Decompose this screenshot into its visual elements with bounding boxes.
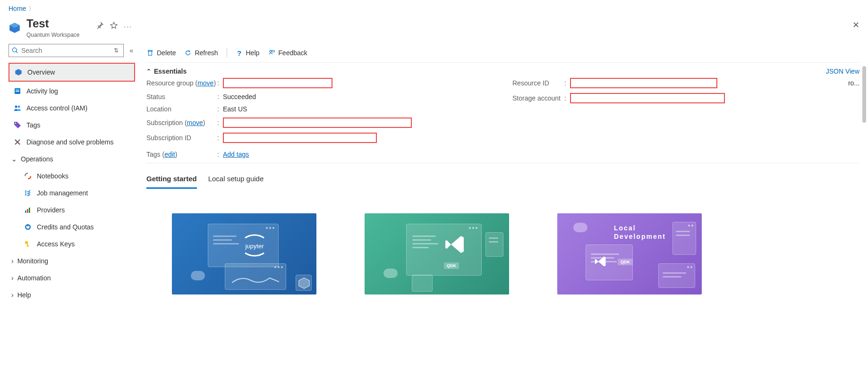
sidebar-item-notebooks[interactable]: Notebooks [9,168,135,185]
sidebar-item-iam[interactable]: Access control (IAM) [9,100,135,117]
refresh-button[interactable]: Refresh [184,49,218,57]
sidebar-item-label: Overview [27,68,55,76]
sidebar-group-label: Help [17,291,31,299]
iam-icon [13,104,22,112]
button-label: Help [246,49,260,57]
move-link[interactable]: move [187,119,203,126]
feedback-button[interactable]: Feedback [268,49,307,57]
cloud-icon [383,269,398,278]
tags-icon [13,121,22,129]
providers-icon [24,206,32,214]
sidebar-item-label: Providers [37,206,65,214]
row-resource-group: Resource group (move) : [146,78,494,88]
diagnose-icon [13,138,22,146]
toolbar-divider [227,48,227,58]
sidebar-group-operations[interactable]: ⌄ Operations [9,151,135,168]
move-link[interactable]: move [197,79,213,87]
jupyter-logo-icon: jupyter [238,234,271,258]
tab-getting-started[interactable]: Getting started [146,172,197,189]
main-content: Delete Refresh ? Help Feedback [135,44,868,303]
row-subscription: Subscription (move) : [146,118,494,128]
cube-icon [296,275,312,291]
row-location: Location: East US [146,105,494,113]
chevron-right-icon: 〉 [29,5,34,12]
more-icon[interactable]: ··· [124,23,133,30]
button-label: Feedback [278,49,307,57]
card-jupyter[interactable]: jupyter [172,213,316,294]
json-view-link[interactable]: JSON View [826,67,859,75]
button-label: Refresh [195,49,218,57]
refresh-icon [184,49,192,57]
content-tabs: Getting started Local setup guide [146,172,859,189]
close-icon[interactable]: ✕ [852,20,859,30]
pin-icon[interactable] [96,22,103,31]
chevron-right-icon: › [11,274,14,282]
cloud-icon [573,223,587,232]
sort-icon[interactable]: ⇅ [112,47,120,54]
sidebar-item-label: Activity log [26,87,58,95]
sidebar-item-label: Access Keys [37,240,75,248]
resource-id-tail: ro... [848,79,859,87]
sidebar-item-providers[interactable]: Providers [9,202,135,219]
search-input[interactable] [18,47,112,54]
sidebar-item-label: Notebooks [37,172,68,180]
sidebar-item-credits[interactable]: Credits and Quotas [9,219,135,236]
svg-marker-27 [299,278,310,288]
row-subscription-id: Subscription ID: [146,133,494,143]
sidebar-item-access-keys[interactable]: Access Keys [9,236,135,252]
sidebar: ⇅ « Overview Activity log Access control… [9,44,135,303]
feedback-icon [268,49,275,57]
sidebar-item-tags[interactable]: Tags [9,117,135,134]
sidebar-item-label: Diagnose and solve problems [26,138,113,146]
command-bar: Delete Refresh ? Help Feedback [146,44,859,63]
sidebar-item-label: Access control (IAM) [26,104,87,112]
sidebar-search[interactable]: ⇅ [9,44,124,57]
star-icon[interactable] [110,22,118,31]
help-button[interactable]: ? Help [236,49,260,57]
sidebar-item-overview[interactable]: Overview [9,64,134,81]
card-local-development[interactable]: LocalDevelopment QDK [557,213,702,294]
tab-local-setup[interactable]: Local setup guide [208,172,264,189]
svg-rect-22 [149,51,152,56]
overview-icon [14,68,23,76]
redacted-subscription [223,118,412,128]
search-icon [12,47,18,54]
delete-button[interactable]: Delete [146,49,176,57]
breadcrumb-home[interactable]: Home [9,5,26,12]
card-vscode-qdk[interactable]: QDK [365,213,509,294]
window-graphic [658,263,695,288]
sidebar-group-monitoring[interactable]: › Monitoring [9,252,135,269]
vertical-scrollbar[interactable] [861,66,867,382]
delete-icon [146,49,154,57]
chevron-right-icon: › [11,291,14,299]
add-tags-link[interactable]: Add tags [223,151,249,158]
sidebar-item-activity-log[interactable]: Activity log [9,83,135,100]
location-value: East US [223,105,247,113]
sidebar-group-automation[interactable]: › Automation [9,269,135,286]
svg-point-10 [15,123,16,124]
essentials-toggle[interactable]: ⌃ Essentials [146,67,187,75]
collapse-sidebar-icon[interactable]: « [128,45,135,56]
svg-rect-21 [27,245,29,246]
sidebar-item-diagnose[interactable]: Diagnose and solve problems [9,134,135,151]
chevron-down-icon: ⌄ [11,155,17,163]
resource-header: Test Quantum Workspace ··· ✕ [0,15,868,44]
sidebar-item-job-management[interactable]: Job management [9,185,135,202]
sidebar-group-help[interactable]: › Help [9,286,135,303]
row-status: Status: Succeeded [146,93,494,101]
vscode-logo-icon [444,233,467,257]
svg-rect-25 [272,50,274,52]
svg-point-8 [15,105,17,108]
window-small [485,232,503,257]
svg-rect-7 [16,91,19,92]
edit-link[interactable]: edit [164,151,175,158]
breadcrumb: Home 〉 [0,0,868,15]
svg-point-9 [18,105,20,108]
redacted-resource-id [570,78,717,88]
chevron-right-icon: › [11,257,14,265]
scrollbar-thumb[interactable] [862,66,866,123]
button-label: Delete [157,49,176,57]
notebooks-icon [24,172,32,180]
svg-rect-13 [25,210,26,213]
svg-marker-4 [15,69,21,75]
